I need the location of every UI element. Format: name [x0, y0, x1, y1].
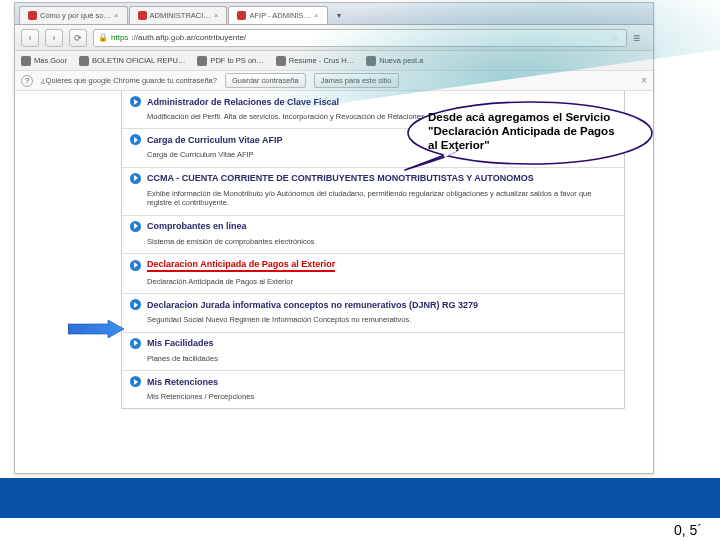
- section-description: Declaración Anticipada de Pagos al Exter…: [147, 277, 616, 286]
- section-header[interactable]: Declaracion Jurada informativa conceptos…: [130, 299, 616, 310]
- bookmark-item[interactable]: Resume - Crus H…: [276, 56, 354, 66]
- arrow-right-icon: [130, 338, 141, 349]
- browser-menu-icon[interactable]: ≡: [633, 31, 647, 45]
- service-section: Mis Facilidades Planes de facilidades: [122, 332, 624, 370]
- address-bar[interactable]: 🔒 https ://auth.afip.gob.ar/contribuyent…: [93, 29, 627, 47]
- section-title: Mis Facilidades: [147, 338, 214, 348]
- browser-tab[interactable]: AFIP - ADMINIS… ×: [228, 6, 327, 24]
- bookmark-icon: [276, 56, 286, 66]
- bookmark-icon: [197, 56, 207, 66]
- browser-window: Cómo y por qué so… × ADMINISTRACI… × AFI…: [14, 2, 654, 474]
- service-section: Mis Retenciones Mis Retenciones / Percep…: [122, 370, 624, 408]
- bookmark-label: Nueva pest.a: [379, 56, 423, 65]
- tab-label: Cómo y por qué so…: [40, 11, 111, 20]
- section-header[interactable]: CCMA - CUENTA CORRIENTE DE CONTRIBUYENTE…: [130, 173, 616, 184]
- tab-label: AFIP - ADMINIS…: [249, 11, 311, 20]
- annotation-callout: Desde acá agregamos el Servicio "Declara…: [400, 100, 654, 172]
- address-bar-row: ‹ › ⟳ 🔒 https ://auth.afip.gob.ar/contri…: [15, 25, 653, 51]
- infobar-text: ¿Quieres que google Chrome guarde tu con…: [41, 76, 217, 85]
- bookmark-icon: [21, 56, 31, 66]
- bookmark-icon: [366, 56, 376, 66]
- close-icon[interactable]: ×: [314, 11, 319, 20]
- bookmark-icon: [79, 56, 89, 66]
- favicon-icon: [138, 11, 147, 20]
- section-header[interactable]: Mis Facilidades: [130, 338, 616, 349]
- arrow-right-icon: [130, 173, 141, 184]
- tab-strip: Cómo y por qué so… × ADMINISTRACI… × AFI…: [15, 3, 653, 25]
- close-icon[interactable]: ×: [114, 11, 119, 20]
- callout-line: Desde acá agregamos el Servicio: [428, 111, 610, 123]
- section-description: Planes de facilidades: [147, 354, 616, 363]
- lock-icon: 🔒: [98, 33, 108, 42]
- reload-button[interactable]: ⟳: [69, 29, 87, 47]
- service-section: Declaracion Jurada informativa conceptos…: [122, 293, 624, 331]
- browser-tab[interactable]: Cómo y por qué so… ×: [19, 6, 128, 24]
- section-description: Sistema de emisión de comprobantes elect…: [147, 237, 616, 246]
- url-scheme: https: [111, 33, 128, 42]
- section-description: Seguridad Social Nuevo Régimen de Inform…: [147, 315, 616, 324]
- bookmark-label: PDF to PS on…: [210, 56, 263, 65]
- section-title: Administrador de Relaciones de Clave Fis…: [147, 97, 339, 107]
- url-text: ://auth.afip.gob.ar/contribuyente/: [131, 33, 246, 42]
- section-title: CCMA - CUENTA CORRIENTE DE CONTRIBUYENTE…: [147, 173, 534, 183]
- close-icon[interactable]: ×: [641, 75, 647, 86]
- section-description: Mis Retenciones / Percepciones: [147, 392, 616, 401]
- svg-marker-0: [68, 320, 124, 338]
- section-title: Comprobantes en línea: [147, 221, 247, 231]
- service-section-highlighted: Declaracion Anticipada de Pagos al Exter…: [122, 253, 624, 293]
- forward-button[interactable]: ›: [45, 29, 63, 47]
- arrow-right-icon: [130, 376, 141, 387]
- browser-tab[interactable]: ADMINISTRACI… ×: [129, 6, 228, 24]
- favicon-icon: [237, 11, 246, 20]
- bookmark-item[interactable]: PDF to PS on…: [197, 56, 263, 66]
- arrow-right-icon: [130, 260, 141, 271]
- arrow-right-icon: [130, 299, 141, 310]
- callout-text: Desde acá agregamos el Servicio "Declara…: [428, 110, 643, 152]
- bookmark-item[interactable]: Nueva pest.a: [366, 56, 423, 66]
- callout-arrow: [68, 320, 124, 338]
- help-icon: ?: [21, 75, 33, 87]
- bookmark-item[interactable]: BOLETIN OFICIAL REPU…: [79, 56, 186, 66]
- slide-timestamp: 0, 5´: [674, 522, 702, 538]
- arrow-right-icon: [130, 96, 141, 107]
- favicon-icon: [28, 11, 37, 20]
- bookmark-item[interactable]: Mas.Goor: [21, 56, 67, 66]
- new-tab-button[interactable]: ▾: [329, 6, 349, 24]
- section-title: Declaracion Jurada informativa conceptos…: [147, 300, 478, 310]
- section-title: Carga de Curriculum Vitae AFIP: [147, 135, 283, 145]
- section-header[interactable]: Declaracion Anticipada de Pagos al Exter…: [130, 259, 616, 272]
- bookmark-label: Mas.Goor: [34, 56, 67, 65]
- save-password-button[interactable]: Guardar contraseña: [225, 73, 306, 88]
- callout-line: al Exterior": [428, 139, 490, 151]
- section-header[interactable]: Mis Retenciones: [130, 376, 616, 387]
- never-save-button[interactable]: Jamas para este sitio: [314, 73, 399, 88]
- tab-label: ADMINISTRACI…: [150, 11, 211, 20]
- section-description: Exhibe información de Monotributo y/o Au…: [147, 189, 616, 208]
- section-title: Mis Retenciones: [147, 377, 218, 387]
- arrow-right-icon: [130, 221, 141, 232]
- password-save-infobar: ? ¿Quieres que google Chrome guarde tu c…: [15, 71, 653, 91]
- service-section: Comprobantes en línea Sistema de emisión…: [122, 215, 624, 253]
- close-icon[interactable]: ×: [214, 11, 219, 20]
- bookmark-star-icon[interactable]: ☆: [610, 32, 622, 44]
- section-header[interactable]: Comprobantes en línea: [130, 221, 616, 232]
- service-section: CCMA - CUENTA CORRIENTE DE CONTRIBUYENTE…: [122, 167, 624, 215]
- back-button[interactable]: ‹: [21, 29, 39, 47]
- bookmark-label: Resume - Crus H…: [289, 56, 354, 65]
- bookmark-label: BOLETIN OFICIAL REPU…: [92, 56, 186, 65]
- section-title: Declaracion Anticipada de Pagos al Exter…: [147, 259, 335, 272]
- callout-line: "Declaración Anticipada de Pagos: [428, 125, 615, 137]
- footer-band: [0, 478, 720, 518]
- arrow-right-icon: [130, 134, 141, 145]
- bookmarks-bar: Mas.Goor BOLETIN OFICIAL REPU… PDF to PS…: [15, 51, 653, 71]
